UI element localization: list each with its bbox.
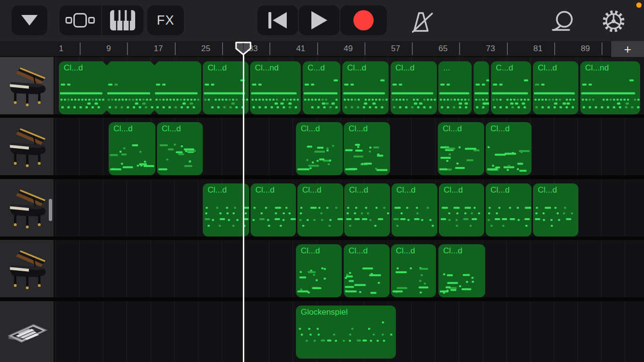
rewind-button[interactable]	[257, 5, 298, 35]
play-button[interactable]	[299, 5, 339, 35]
midi-notes	[474, 61, 489, 114]
microphone-indicator-dot	[636, 2, 642, 8]
region-label: Cl...d	[396, 246, 415, 256]
fx-button[interactable]: FX	[147, 5, 184, 35]
region-label: Cl...d	[301, 124, 320, 134]
track-lane[interactable]: Cl...dCl...dCl...dCl...d	[54, 240, 644, 297]
region-label: Cl...d	[301, 246, 320, 256]
midi-region[interactable]: ...	[438, 61, 472, 114]
ruler-tick	[554, 42, 555, 55]
midi-region[interactable]: Cl...d	[486, 183, 532, 237]
region-label: Cl...nd	[255, 63, 279, 73]
keyboard-icon	[109, 9, 136, 31]
track-lane[interactable]: Cl...dCl...dCl...dCl...dCl...dCl...dCl..…	[54, 179, 644, 237]
midi-region[interactable]: Cl...d	[438, 244, 485, 297]
ruler-bar-label: 57	[391, 44, 400, 54]
region-label: C...d	[496, 63, 513, 73]
record-icon	[353, 10, 374, 30]
playhead-handle[interactable]	[235, 42, 252, 57]
midi-region[interactable]: Cl...d	[439, 183, 484, 237]
midi-region[interactable]: Cl...nd	[580, 61, 640, 114]
midi-region[interactable]: Cl...d	[391, 244, 436, 297]
midi-region[interactable]: Cl...d	[344, 244, 390, 297]
region-label: Cl...d	[490, 124, 510, 134]
metronome-icon	[406, 10, 435, 34]
region-label: Cl...d	[443, 124, 462, 134]
midi-region[interactable]: Cl...d	[296, 122, 343, 175]
grand-piano-icon	[5, 125, 49, 168]
track-header-grand-piano[interactable]	[0, 179, 54, 237]
loop-icon	[548, 10, 578, 33]
midi-region[interactable]: Cl...d	[251, 183, 296, 237]
region-label: Cl...d	[490, 185, 510, 195]
region-label: Cl...d	[444, 185, 463, 195]
midi-region[interactable]: Cl...d	[344, 183, 390, 237]
midi-region[interactable]: Cl...d	[342, 61, 389, 114]
region-label: Cl...d	[538, 185, 557, 195]
track-header-grand-piano[interactable]	[0, 57, 54, 114]
ruler-tick	[317, 42, 318, 55]
region-label: Cl...d	[302, 185, 322, 195]
region-label: Cl...d	[443, 246, 462, 256]
midi-region[interactable]: Cl...d	[297, 183, 343, 237]
midi-region[interactable]: Cl...d	[109, 122, 155, 175]
midi-region[interactable]: C...d	[303, 61, 340, 114]
midi-region[interactable]: Cl...d	[203, 61, 249, 114]
region-label: Cl...d	[349, 185, 368, 195]
midi-region[interactable]: Cl...d	[344, 122, 390, 175]
chevron-down-icon	[21, 15, 38, 26]
region-label: Cl...d	[347, 63, 366, 73]
midi-region[interactable]	[474, 61, 489, 114]
midi-region[interactable]: Cl...d	[533, 183, 578, 237]
track-header-grand-piano[interactable]	[0, 118, 54, 175]
region-label: Cl...d	[64, 63, 83, 73]
rewind-icon	[267, 11, 288, 29]
loop-browser-button[interactable]	[548, 10, 578, 33]
midi-region[interactable]: Cl...d	[533, 61, 578, 114]
track-lane[interactable]: Glockenspiel	[54, 301, 644, 362]
midi-region[interactable]: Cl...d	[59, 61, 201, 114]
region-label: Cl...d	[349, 246, 368, 256]
ruler-bar-label: 49	[344, 44, 353, 54]
midi-region[interactable]: Cl...d	[391, 61, 437, 114]
midi-region[interactable]: Cl...d	[203, 183, 249, 237]
metronome-button[interactable]	[406, 10, 435, 34]
track-header-grand-piano[interactable]	[0, 240, 54, 297]
ruler-tick	[459, 42, 460, 55]
midi-region[interactable]: Cl...d	[296, 244, 342, 297]
region-label: Cl...d	[113, 124, 133, 134]
track-header-glockenspiel[interactable]	[0, 301, 54, 362]
midi-region[interactable]: Cl...d	[486, 122, 532, 175]
tracks-view-button[interactable]	[59, 5, 101, 35]
grand-piano-icon	[5, 248, 49, 290]
song-sections-button[interactable]	[12, 5, 47, 35]
ruler-tick	[412, 42, 413, 55]
midi-region[interactable]: Cl...nd	[250, 61, 301, 114]
instrument-view-button[interactable]	[102, 5, 144, 35]
midi-region[interactable]: Cl...d	[157, 122, 203, 175]
midi-region[interactable]: Cl...d	[438, 122, 484, 175]
view-toggle	[59, 5, 143, 35]
ruler-bar-label: 73	[486, 44, 495, 54]
region-label: Cl...d	[395, 63, 415, 73]
ruler-tick	[80, 42, 81, 55]
settings-button[interactable]	[599, 7, 628, 36]
ruler-bar-label: 41	[296, 44, 305, 54]
midi-region[interactable]: Cl...d	[392, 183, 437, 237]
region-label: Cl...d	[538, 63, 557, 73]
bar-ruler[interactable]: + 1917253341495765738189	[0, 41, 644, 57]
region-label: Cl...d	[349, 124, 368, 134]
ruler-bar-label: 9	[106, 44, 111, 54]
record-button[interactable]	[340, 5, 387, 35]
add-section-button[interactable]: +	[611, 41, 644, 57]
track-lane[interactable]: Cl...dCl...dCl...dCl...dCl...dCl...d	[54, 118, 644, 175]
ruler-tick	[269, 42, 270, 55]
track-lane[interactable]: Cl...dCl...dCl...ndC...dCl...dCl...d...C…	[54, 57, 644, 114]
play-icon	[310, 11, 328, 30]
ruler-bar-label: 17	[154, 44, 163, 54]
midi-region[interactable]: C...d	[491, 61, 531, 114]
region-label: Cl...d	[162, 124, 181, 134]
midi-region[interactable]: Glockenspiel	[296, 306, 396, 359]
region-label: Cl...d	[208, 63, 227, 73]
vertical-scrollbar[interactable]	[49, 199, 52, 221]
